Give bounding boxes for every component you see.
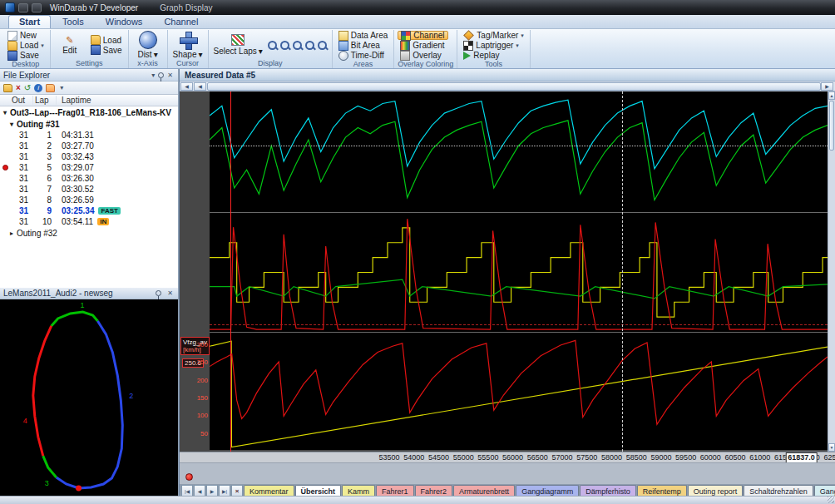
- trace-brake: [210, 219, 828, 329]
- recent-files-icon[interactable]: [46, 84, 55, 92]
- remove-file-icon[interactable]: ×: [16, 83, 21, 92]
- lap-row[interactable]: 31104:31.31: [0, 130, 178, 141]
- replay-button[interactable]: Replay: [461, 51, 526, 60]
- worksheet-tab-outing-report[interactable]: Outing report: [688, 485, 744, 497]
- expander-icon[interactable]: ▾: [7, 121, 17, 128]
- worksheet-tab-reifentemp[interactable]: Reifentemp: [637, 485, 687, 497]
- settings-load-label: Load: [103, 36, 121, 45]
- chevron-down-icon: ▾: [521, 32, 524, 39]
- expander-icon[interactable]: ▾: [0, 109, 10, 116]
- ribbon-tab-start[interactable]: Start: [8, 15, 51, 28]
- chart-bottom[interactable]: [210, 333, 828, 450]
- worksheet-tab-schaltdrehzahlen[interactable]: Schaltdrehzahlen: [744, 485, 813, 497]
- scrollbar-thumb[interactable]: [829, 101, 834, 151]
- tab-nav-last-button[interactable]: ▶|: [219, 485, 230, 497]
- chart-top[interactable]: [210, 91, 828, 213]
- info-icon[interactable]: i: [34, 84, 42, 92]
- chevron-down-icon[interactable]: ▾: [150, 72, 156, 79]
- data-area-button[interactable]: Data Area: [336, 31, 390, 40]
- lap-row[interactable]: 31803:26.59: [0, 195, 178, 205]
- select-laps-button[interactable]: Select Laps ▾: [212, 34, 264, 56]
- worksheet-tab-kamm[interactable]: Kamm: [342, 485, 375, 497]
- chart-stack[interactable]: [210, 91, 828, 452]
- close-icon[interactable]: ✕: [166, 72, 175, 79]
- scroll-up-button[interactable]: ▲: [828, 91, 835, 100]
- pin-icon[interactable]: [158, 72, 164, 78]
- tab-nav-next-button[interactable]: ▶: [206, 485, 218, 497]
- column-header-out[interactable]: Out: [10, 96, 33, 105]
- gradient-coloring-button[interactable]: Gradient: [398, 41, 447, 50]
- settings-save-button[interactable]: Save: [88, 46, 125, 55]
- quick-access-button-2[interactable]: [32, 3, 42, 12]
- ribbon-tab-windows[interactable]: Windows: [96, 16, 153, 28]
- lap-row[interactable]: 311003:54.11IN: [0, 216, 178, 227]
- scrollbar-thumb[interactable]: [207, 82, 821, 91]
- scroll-left-button[interactable]: ◀: [194, 82, 206, 91]
- lap-out-cell: 31: [10, 185, 33, 194]
- bit-area-button[interactable]: Bit Area: [336, 41, 390, 50]
- open-file-icon[interactable]: [3, 84, 12, 92]
- zoom-in-button[interactable]: [267, 40, 279, 51]
- lap-row[interactable]: 31503:29.07: [0, 162, 178, 173]
- scroll-right-button[interactable]: ▶: [821, 82, 833, 91]
- scroll-down-button[interactable]: ▼: [828, 443, 835, 452]
- expander-icon[interactable]: ▸: [7, 230, 17, 237]
- zoom-previous-button[interactable]: [317, 40, 329, 51]
- pin-icon[interactable]: [156, 290, 161, 296]
- load-button[interactable]: Load ▾: [5, 41, 47, 50]
- ribbon-tab-channel[interactable]: Channel: [154, 16, 208, 28]
- cursor-shape-button[interactable]: Shape ▾: [171, 31, 205, 59]
- lap-row[interactable]: 31703:30.52: [0, 184, 178, 195]
- white-cursor-line[interactable]: [622, 91, 623, 452]
- channel-coloring-button[interactable]: Channel: [398, 31, 447, 40]
- laptime-cell: 03:32.43: [57, 152, 178, 161]
- settings-load-button[interactable]: Load: [88, 36, 125, 45]
- tag-marker-button[interactable]: Tag/Marker ▾: [461, 31, 526, 40]
- worksheet-tab-gangwahl[interactable]: Gangwahl: [814, 485, 835, 497]
- time-diff-button[interactable]: Time-Diff: [336, 51, 390, 60]
- file-node[interactable]: ▾ Out3--Lap---Frag01_R18-106_LeMans-KV: [0, 106, 178, 118]
- edit-settings-button[interactable]: ✎ Edit: [54, 35, 86, 55]
- resize-grip[interactable]: [828, 497, 834, 503]
- quick-access-button-1[interactable]: [18, 3, 28, 12]
- worksheet-tab--bersicht[interactable]: Übersicht: [295, 485, 342, 497]
- save-button[interactable]: Save: [5, 51, 47, 60]
- track-map-canvas[interactable]: 1 2 3 4: [0, 299, 178, 496]
- tab-close-button[interactable]: ×: [231, 485, 243, 497]
- worksheet-tab-gangdiagramm[interactable]: Gangdiagramm: [516, 485, 579, 497]
- chevron-down-icon[interactable]: ▾: [58, 84, 65, 91]
- y-tick-label: 300: [197, 342, 208, 348]
- y-tick-label: 50: [200, 431, 208, 437]
- x-tick-label: 56500: [527, 453, 548, 462]
- scroll-page-left-button[interactable]: ◀: [180, 82, 193, 91]
- worksheet-tab-kommentar[interactable]: Kommentar: [244, 485, 294, 497]
- lap-row[interactable]: 31203:27.70: [0, 141, 178, 151]
- worksheet-tab-armaturenbrett[interactable]: Armaturenbrett: [453, 485, 515, 497]
- laptrigger-button[interactable]: Laptrigger ▾: [461, 41, 526, 50]
- lap-row[interactable]: 31903:25.34FAST: [0, 205, 178, 216]
- tab-nav-first-button[interactable]: |◀: [181, 485, 193, 497]
- red-cursor-line[interactable]: [230, 91, 231, 452]
- dist-button[interactable]: Dist ▾: [132, 31, 164, 59]
- ribbon-tab-tools[interactable]: Tools: [52, 16, 94, 28]
- lap-row[interactable]: 31303:32.43: [0, 151, 178, 162]
- column-header-lap[interactable]: Lap: [33, 96, 57, 105]
- outing-node-31[interactable]: ▾ Outing #31: [0, 118, 178, 130]
- refresh-icon[interactable]: ↺: [24, 83, 31, 92]
- lap-row[interactable]: 31603:26.30: [0, 173, 178, 184]
- new-button[interactable]: New: [5, 31, 47, 40]
- zoom-reset-button[interactable]: [304, 40, 316, 51]
- tab-nav-prev-button[interactable]: ◀: [194, 485, 205, 497]
- overlay-coloring-button[interactable]: Overlay: [398, 51, 447, 60]
- close-icon[interactable]: ✕: [166, 289, 175, 297]
- column-header-laptime[interactable]: Laptime: [57, 96, 178, 105]
- zoom-region-button[interactable]: [292, 40, 304, 51]
- zoom-out-button[interactable]: [279, 40, 291, 51]
- chart-middle[interactable]: [210, 213, 828, 333]
- worksheet-tab-fahrer2[interactable]: Fahrer2: [415, 485, 453, 497]
- worksheet-tab-fahrer1[interactable]: Fahrer1: [376, 485, 414, 497]
- horizontal-scrollbar[interactable]: ◀ ◀ ▶: [180, 82, 835, 91]
- worksheet-tab-d-mpferhisto[interactable]: Dämpferhisto: [580, 485, 636, 497]
- vertical-scrollbar[interactable]: ▲ ▼: [828, 91, 835, 452]
- outing-node-32[interactable]: ▸ Outing #32: [0, 227, 178, 239]
